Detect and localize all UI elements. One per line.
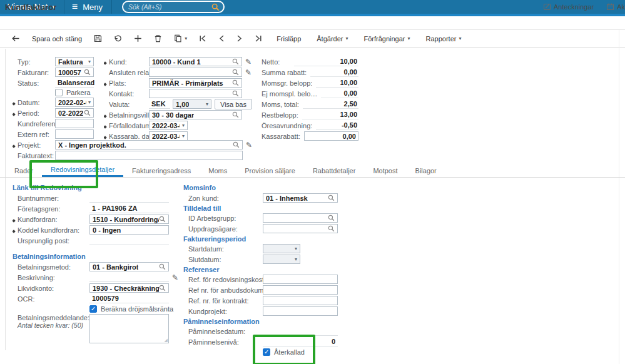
paminnelsedatum-label: Påminnelsedatum:	[183, 328, 263, 335]
chevron-down-icon[interactable]: ▾	[293, 256, 297, 262]
lookup-icon[interactable]	[84, 69, 91, 76]
first-record-button[interactable]	[199, 34, 206, 43]
parkera-checkbox[interactable]	[55, 89, 63, 96]
forfallodatum-value: 2022-03-04	[152, 122, 180, 129]
menu-label: Meny	[83, 3, 103, 12]
edit-pencil-icon[interactable]: ✎	[245, 69, 252, 76]
tab-provision-saljare[interactable]: Provision säljare	[236, 164, 304, 177]
required-marker	[13, 219, 16, 223]
period-input[interactable]: 02-2022	[55, 108, 94, 118]
kassarab-datum-datepicker[interactable]: 2022-03-04 ▾	[149, 131, 188, 141]
lookup-icon[interactable]	[159, 263, 166, 270]
ansluten-relation-input[interactable]	[149, 68, 242, 77]
lookup-icon[interactable]	[232, 58, 239, 65]
tab-motpost[interactable]: Motpost	[364, 164, 406, 177]
chevron-down-icon[interactable]: ▾	[86, 59, 91, 64]
total-row-momsgr-belopp: Momsgr. belopp: 10,00	[257, 78, 358, 88]
slutdatum-datepicker[interactable]: ▾	[263, 255, 300, 264]
lookup-icon[interactable]	[328, 195, 335, 201]
ref-kontrakt-input[interactable]	[263, 296, 338, 305]
next-record-button[interactable]	[236, 34, 243, 43]
last-record-button[interactable]	[255, 34, 262, 43]
search-input[interactable]	[127, 3, 209, 11]
buntnummer-value	[89, 193, 169, 203]
kassarabatt-input[interactable]: 0,00	[304, 131, 358, 141]
delete-button[interactable]	[154, 34, 162, 43]
aterkallad-checkbox[interactable]	[263, 348, 270, 356]
uppdragsagare-input[interactable]	[263, 224, 338, 233]
kundprojekt-input[interactable]	[263, 306, 338, 316]
back-button[interactable]	[11, 34, 20, 43]
fakturatext-label: Fakturatext:	[13, 152, 55, 159]
tab-bilagor[interactable]: Bilagor	[407, 164, 445, 177]
kundreferens-input[interactable]	[55, 119, 94, 128]
undo-button[interactable]	[114, 34, 122, 43]
required-marker	[104, 83, 107, 86]
lookup-icon[interactable]	[233, 141, 240, 148]
likvidkonto-input[interactable]: 1930 - Checkräkningskonto	[89, 283, 169, 293]
search-icon[interactable]	[211, 3, 220, 11]
fakturanr-input[interactable]: 100057	[55, 68, 94, 77]
activities-button[interactable]: Akt	[606, 3, 625, 11]
ref-redovisningskostnad-input[interactable]	[263, 275, 338, 284]
betalningsmeddelande-textarea[interactable]	[89, 314, 169, 343]
koddel-input[interactable]: 0 - Ingen	[89, 225, 169, 235]
lookup-icon[interactable]	[328, 215, 335, 221]
lookup-icon[interactable]	[232, 69, 239, 76]
lookup-icon[interactable]	[232, 90, 239, 97]
save-and-close-button[interactable]: Spara och stäng	[32, 35, 82, 43]
chevron-down-icon[interactable]: ▾	[180, 123, 185, 128]
fakturatext-input[interactable]	[55, 151, 243, 160]
lookup-icon[interactable]	[328, 225, 335, 232]
tab-rabattdetaljer[interactable]: Rabattdetaljer	[304, 164, 365, 177]
extern-ref-input[interactable]	[55, 129, 94, 139]
datum-datepicker[interactable]: 2022-02-02 ▾	[55, 98, 94, 107]
lookup-icon[interactable]	[232, 79, 239, 86]
notes-button[interactable]: Anteckningar	[543, 3, 594, 11]
plats-input[interactable]: PRIMÄR - Primärplats	[149, 78, 242, 88]
lookup-icon[interactable]	[159, 216, 166, 223]
save-button[interactable]	[94, 34, 102, 43]
drojsmalsranta-checkbox[interactable]	[89, 305, 97, 313]
kund-input[interactable]: 10000 - Kund 1	[149, 57, 242, 66]
chevron-down-icon[interactable]: ▾	[293, 246, 297, 251]
tab-faktureringsadress[interactable]: Faktureringsadress	[123, 164, 200, 177]
forfallodatum-datepicker[interactable]: 2022-03-04 ▾	[149, 121, 188, 130]
copy-paste-button[interactable]: ▾	[174, 34, 187, 43]
reports-menu[interactable]: Rapporter ▾	[426, 35, 462, 43]
visa-bas-button[interactable]: Visa bas	[215, 99, 252, 109]
lookup-icon[interactable]	[84, 109, 91, 116]
edit-pencil-icon[interactable]: ✎	[245, 58, 252, 66]
release-button[interactable]: Frisläpp	[277, 35, 301, 43]
add-button[interactable]	[134, 34, 142, 43]
projekt-input[interactable]: X - Ingen projektkod.	[55, 140, 243, 149]
previous-record-button[interactable]	[218, 34, 225, 43]
chevron-down-icon[interactable]: ▾	[180, 133, 185, 139]
main-menu-button[interactable]: ≡ Meny	[72, 2, 103, 12]
typ-dropdown[interactable]: Faktura ▾	[55, 57, 94, 66]
tab-rader[interactable]: Rader	[13, 164, 42, 177]
id-arbetsgrupp-input[interactable]	[263, 213, 338, 223]
startdatum-datepicker[interactable]: ▾	[263, 244, 300, 253]
betalningsvillkor-input[interactable]: 30 - 30 dagar	[149, 110, 242, 119]
kundfordran-input[interactable]: 1510 - Kundfordringar	[89, 215, 169, 224]
tab-moms[interactable]: Moms	[200, 164, 236, 177]
ref-anbudsdokument-input[interactable]	[263, 285, 338, 295]
inquiries-menu[interactable]: Förfrågningar ▾	[363, 35, 410, 43]
global-search[interactable]	[122, 1, 225, 13]
lookup-icon[interactable]	[159, 285, 166, 291]
chevron-down-icon[interactable]: ▾	[204, 101, 208, 107]
field-valuta: Valuta: SEK 1,00 ▾ Visa bas	[104, 99, 257, 109]
edit-pencil-icon[interactable]: ✎	[246, 141, 252, 149]
forfallodatum-label: Förfallodatum:	[104, 122, 149, 129]
betalningsmetod-input[interactable]: 01 - Bankgirot	[89, 262, 169, 271]
valuta-rate-dropdown[interactable]: 1,00 ▾	[173, 99, 211, 109]
aterkallad-label: Återkallad	[274, 348, 305, 356]
tab-redovisningsdetaljer[interactable]: Redovisningsdetaljer	[42, 164, 123, 177]
chevron-down-icon[interactable]: ▾	[86, 99, 91, 105]
kontakt-input[interactable]	[149, 89, 242, 98]
edit-pencil-icon[interactable]: ✎	[172, 274, 178, 281]
actions-menu[interactable]: Åtgärder ▾	[317, 35, 348, 43]
lookup-icon[interactable]	[232, 111, 239, 118]
zon-kund-input[interactable]: 01 - Inhemsk	[263, 193, 338, 203]
